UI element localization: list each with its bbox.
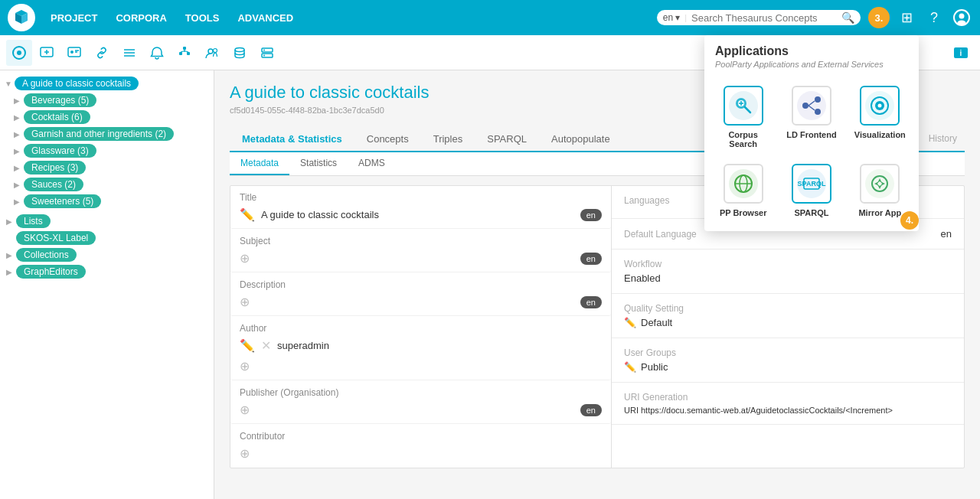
navbar-tools[interactable]: TOOLS — [178, 8, 227, 28]
svg-rect-18 — [187, 52, 190, 55]
root-tag[interactable]: A guide to classic cocktails — [15, 77, 139, 90]
home-icon[interactable] — [6, 40, 32, 66]
sidebar-item[interactable]: ▶ Sweeteners (5) — [0, 193, 214, 210]
tab-adms[interactable]: ADMS — [348, 152, 396, 175]
author-field: Author ✏️ ✕ superadmin ⊕ — [230, 317, 611, 380]
hierarchy-icon[interactable] — [172, 40, 198, 66]
beverages-tag[interactable]: Beverages (5) — [24, 93, 96, 107]
sidebar-skos[interactable]: ▶ SKOS-XL Label — [0, 230, 214, 246]
add-author-icon[interactable]: ⊕ — [240, 359, 250, 373]
sparql-icon: SPARQL — [792, 164, 831, 204]
app-sparql[interactable]: SPARQL SPARQL — [777, 156, 845, 225]
app-logo[interactable] — [8, 4, 35, 31]
new-concept-icon[interactable] — [34, 40, 60, 66]
server-icon[interactable] — [254, 40, 280, 66]
sidebar-root[interactable]: ▼ A guide to classic cocktails — [0, 75, 214, 92]
badge-3[interactable]: 3. — [868, 7, 890, 28]
tab-autopopulate[interactable]: Autopopulate — [539, 127, 622, 152]
database-icon[interactable] — [227, 40, 253, 66]
navbar-corpora[interactable]: CORPORA — [108, 8, 174, 28]
sidebar: ▼ A guide to classic cocktails ▶ Beverag… — [0, 70, 214, 499]
app-pp-browser[interactable]: PP Browser — [709, 156, 777, 225]
users-icon[interactable] — [199, 40, 225, 66]
navbar-menu: PROJECT CORPORA TOOLS ADVANCED — [43, 8, 649, 28]
tab-triples[interactable]: Triples — [421, 127, 475, 152]
navbar-project[interactable]: PROJECT — [43, 8, 105, 28]
history-link[interactable]: History — [921, 127, 965, 151]
list-icon[interactable] — [116, 40, 142, 66]
sidebar-item[interactable]: ▶ Garnish and other ingredients (2) — [0, 126, 214, 142]
badge-4: 4. — [900, 211, 919, 230]
visualization-icon — [860, 86, 900, 126]
collections-tag[interactable]: Collections — [16, 248, 77, 262]
desc-lang: en — [580, 296, 602, 308]
search-icon[interactable]: 🔍 — [841, 11, 854, 24]
notification-icon[interactable] — [144, 40, 170, 66]
skos-tag[interactable]: SKOS-XL Label — [16, 231, 96, 245]
tab-metadata-statistics[interactable]: Metadata & Statistics — [230, 127, 354, 152]
ld-frontend-icon — [792, 86, 831, 126]
add-subject-icon[interactable]: ⊕ — [240, 251, 250, 266]
sidebar-item[interactable]: ▶ Beverages (5) — [0, 92, 214, 109]
link-icon[interactable] — [89, 40, 115, 66]
sidebar-item[interactable]: ▶ Cocktails (6) — [0, 109, 214, 126]
svg-rect-17 — [179, 52, 182, 55]
sidebar-lists[interactable]: ▶ Lists — [0, 213, 214, 230]
sweeteners-tag[interactable]: Sweeteners (5) — [24, 194, 101, 208]
lists-tag[interactable]: Lists — [16, 214, 51, 228]
tab-concepts[interactable]: Concepts — [354, 127, 421, 152]
app-corpus-search[interactable]: Corpus Search — [709, 78, 777, 156]
glassware-tag[interactable]: Glassware (3) — [24, 144, 96, 158]
sidebar-item[interactable]: ▶ Glassware (3) — [0, 142, 214, 159]
grapheditors-tag[interactable]: GraphEditors — [16, 265, 86, 279]
svg-point-5 — [17, 51, 21, 55]
help-icon[interactable]: ? — [923, 7, 945, 28]
sidebar-grapheditors[interactable]: ▶ GraphEditors — [0, 263, 214, 280]
info-icon[interactable]: i — [948, 40, 974, 66]
add-publisher-icon[interactable]: ⊕ — [240, 403, 250, 417]
search-input[interactable] — [691, 12, 837, 24]
sidebar-collections[interactable]: ▶ Collections — [0, 246, 214, 263]
svg-point-46 — [878, 104, 882, 108]
corpus-search-icon — [724, 86, 763, 126]
add-description-icon[interactable]: ⊕ — [240, 295, 250, 309]
navbar-right: 3. ⊞ ? — [868, 7, 972, 28]
cocktails-tag[interactable]: Cocktails (6) — [24, 110, 90, 124]
grid-icon[interactable]: ⊞ — [896, 7, 917, 28]
recipes-tag[interactable]: Recipes (3) — [24, 161, 86, 174]
svg-point-22 — [208, 49, 213, 54]
tab-sparql[interactable]: SPARQL — [475, 127, 539, 152]
search-lang[interactable]: en ▾ — [663, 12, 680, 23]
tab-metadata[interactable]: Metadata — [230, 152, 289, 175]
svg-point-54 — [865, 169, 894, 198]
remove-author-icon[interactable]: ✕ — [261, 338, 271, 353]
garnish-tag[interactable]: Garnish and other ingredients (2) — [24, 127, 174, 141]
author-value: superadmin — [277, 340, 602, 351]
app-visualization[interactable]: Visualization — [846, 78, 914, 156]
concept-scheme-icon[interactable] — [61, 40, 87, 66]
sidebar-item[interactable]: ▶ Recipes (3) — [0, 159, 214, 176]
edit-author-icon[interactable]: ✏️ — [240, 338, 255, 353]
add-contributor-icon[interactable]: ⊕ — [240, 446, 250, 461]
svg-point-2 — [959, 14, 965, 19]
edit-usergroup-icon[interactable]: ✏️ — [624, 361, 636, 373]
corpus-search-label: Corpus Search — [714, 130, 773, 148]
usergroup-value: Public — [641, 361, 668, 373]
navbar-advanced[interactable]: ADVANCED — [230, 8, 301, 28]
sidebar-item[interactable]: ▶ Sauces (2) — [0, 176, 214, 193]
pp-browser-icon — [724, 164, 763, 204]
apps-grid: Corpus Search LD Frontend — [704, 72, 919, 231]
edit-title-icon[interactable]: ✏️ — [240, 207, 255, 222]
app-ld-frontend[interactable]: LD Frontend — [777, 78, 845, 156]
sauces-tag[interactable]: Sauces (2) — [24, 178, 83, 191]
edit-quality-icon[interactable]: ✏️ — [624, 317, 636, 328]
title-value: A guide to classic cocktails — [261, 209, 574, 220]
user-icon[interactable] — [951, 7, 972, 28]
usergroups-field: User Groups ✏️ Public — [612, 338, 964, 383]
app-mirror[interactable]: Mirror App 4. — [846, 156, 914, 225]
tab-statistics[interactable]: Statistics — [289, 152, 348, 175]
workflow-value: Enabled — [624, 272, 661, 284]
svg-text:SPARQL: SPARQL — [798, 180, 826, 188]
svg-line-20 — [181, 51, 185, 52]
svg-rect-9 — [68, 47, 80, 57]
